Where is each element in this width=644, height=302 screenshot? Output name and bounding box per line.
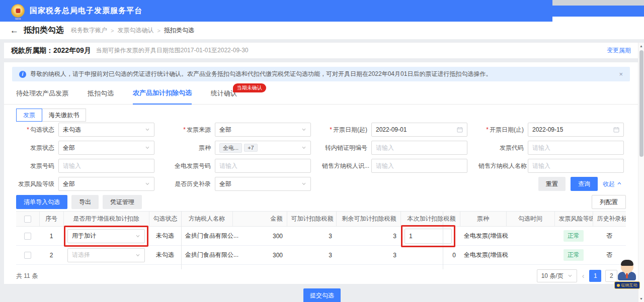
breadcrumb-item[interactable]: 抵扣类勾选 [164, 26, 194, 35]
reset-button[interactable]: 重置 [538, 177, 566, 191]
filter-field: 发票代码 [478, 141, 635, 155]
badge-dot-icon [617, 284, 620, 287]
cell-risk: 正常 [554, 227, 593, 246]
assistant-mascot-icon[interactable]: 征纳互动 [613, 261, 641, 289]
total-count: 共 11 条 [16, 272, 38, 280]
calendar-icon [613, 127, 619, 133]
page-title: 抵扣类勾选 [24, 25, 64, 36]
filter-field: *开票日期(止)2022-09-15 [478, 123, 635, 137]
prev-page-icon[interactable]: ‹ [581, 272, 586, 279]
column-header: 是否用于增值税加计扣除 [63, 212, 149, 227]
calendar-icon [457, 127, 463, 133]
filter-date-开票日期(止)[interactable]: 2022-09-15 [528, 123, 624, 137]
back-arrow-icon[interactable]: ← [10, 26, 19, 35]
actions-row: 清单导入勾选导出凭证管理列配置 [16, 195, 626, 209]
filter-input-发票代码[interactable] [528, 141, 624, 155]
scrollbar-thumb[interactable] [639, 50, 643, 157]
cell-index: 1 [39, 227, 63, 246]
tab-待处理农产品发票[interactable]: 待处理农产品发票 [16, 89, 68, 104]
collapse-link[interactable]: 收起 [603, 180, 622, 188]
filter-input-销售方纳税人名称[interactable] [528, 159, 624, 173]
page-number-1[interactable]: 1 [589, 270, 601, 282]
tab-统计确认[interactable]: 统计确认当期未确认 [211, 89, 237, 104]
logo-caption: taxa [15, 17, 21, 20]
breadcrumb-item[interactable]: 发票勾选确认 [117, 26, 153, 35]
row-checkbox[interactable] [24, 252, 31, 259]
fixed-column-divider [181, 211, 182, 269]
凭证管理-button[interactable]: 凭证管理 [103, 195, 142, 209]
filter-label: 转内销证明编号 [322, 144, 371, 152]
filter-label: *开票日期(止) [478, 126, 528, 134]
column-config-button[interactable]: 列配置 [592, 195, 626, 209]
required-star: * [183, 126, 186, 133]
filter-select-发票状态[interactable]: 全部 [58, 141, 154, 155]
current-tax-input[interactable] [405, 229, 452, 244]
deduction-value: 用于加计 [72, 232, 96, 240]
column-header: 票种 [460, 212, 506, 227]
submit-bar: 提交勾选 [0, 288, 644, 302]
filter-field: 是否历史补录全部 [166, 177, 322, 191]
chevron-down-icon [301, 145, 306, 150]
deduction-dropdown[interactable]: 用于加计 [67, 229, 145, 243]
page-size-select[interactable]: 10 条/页 [537, 269, 577, 282]
cell-deduction-select: 用于加计 [63, 227, 149, 246]
filter-actions: 重置查询收起 [322, 177, 635, 191]
清单导入勾选-button[interactable]: 清单导入勾选 [16, 195, 67, 209]
filter-input-转内销证明编号[interactable] [371, 141, 467, 155]
filter-label: 发票风险等级 [9, 180, 58, 188]
filter-select-是否历史补录[interactable]: 全部 [215, 177, 311, 191]
column-header: 剩余可加计扣除税额 [336, 212, 400, 227]
filter-label: 发票状态 [9, 144, 58, 152]
filter-input-全电发票号码[interactable] [215, 159, 311, 173]
table-footer: 共 11 条 10 条/页‹12› [16, 269, 626, 282]
cell-check-time [506, 227, 554, 246]
mascot-badge-label: 征纳互动 [621, 282, 637, 288]
filter-select-发票风险等级[interactable]: 全部 [58, 177, 154, 191]
filter-field: 票种全电...+7 [166, 141, 322, 155]
scroll-up-icon[interactable]: ▲ [638, 44, 644, 48]
subtab-海关缴款书[interactable]: 海关缴款书 [42, 109, 86, 122]
filter-field: *开票日期(起)2022-09-01 [322, 123, 478, 137]
column-header: 序号 [39, 212, 63, 227]
deduction-dropdown[interactable]: 请选择 [67, 248, 145, 262]
column-header: 金额 [232, 212, 287, 227]
query-button[interactable]: 查询 [571, 177, 598, 191]
tab-农产品加计扣除勾选[interactable]: 农产品加计扣除勾选 [133, 88, 192, 105]
selected-value: 全部 [219, 126, 231, 134]
submit-button[interactable]: 提交勾选 [303, 288, 341, 302]
filter-field: 发票号码 [9, 159, 166, 173]
top-right-gray-strip [552, 0, 644, 6]
cell-remaining-tax: 3 [336, 227, 400, 246]
change-period-link[interactable]: 变更属期 [607, 46, 631, 55]
cell-ticket-type: 全电发票(增值税 [460, 227, 506, 246]
fixed-column-divider [443, 211, 443, 269]
scroll-down-icon[interactable]: ▼ [638, 297, 644, 300]
breadcrumb-item[interactable]: 税务数字账户 [71, 26, 107, 35]
tab-抵扣勾选[interactable]: 抵扣勾选 [88, 89, 114, 104]
filter-date-开票日期(起)[interactable]: 2022-09-01 [371, 123, 467, 137]
filter-label: 销售方纳税人名称 [478, 162, 528, 170]
filter-input-发票号码[interactable] [58, 159, 154, 173]
select-all-checkbox[interactable] [24, 216, 31, 223]
filter-select-勾选状态[interactable]: 未勾选 [58, 123, 154, 137]
cell-history-flag: 否 [593, 227, 626, 246]
mascot-tie [626, 273, 628, 278]
breadcrumb: 税务数字账户>发票勾选确认>抵扣类勾选 [71, 26, 194, 35]
close-icon[interactable]: × [619, 70, 623, 78]
invoice-table-wrap: 序号是否用于增值税加计扣除勾选状态方纳税人名称金额可加计扣除税额剩余可加计扣除税… [16, 211, 626, 265]
row-checkbox[interactable] [24, 233, 31, 240]
filter-input-销售方纳税人识...[interactable] [371, 159, 467, 173]
column-header: 勾选状态 [149, 212, 181, 227]
filter-select-发票来源[interactable]: 全部 [215, 123, 311, 137]
filter-label: *发票来源 [166, 126, 215, 134]
main-card: i 尊敬的纳税人，请于申报前对已勾选的凭证进行统计确认。农产品业务抵扣勾选和代扣… [4, 62, 638, 284]
filter-field: 全电发票号码 [166, 159, 322, 173]
filter-select-票种[interactable]: 全电...+7 [215, 141, 311, 155]
导出-button[interactable]: 导出 [71, 195, 99, 209]
subtab-发票[interactable]: 发票 [16, 109, 42, 122]
chevron-down-icon [301, 127, 306, 132]
cell-ticket-type: 全电发票(增值税 [460, 246, 506, 265]
ticket-type-tag: +7 [244, 144, 258, 152]
page-size-value: 10 条/页 [541, 272, 564, 280]
date-value: 2022-09-15 [532, 126, 563, 133]
